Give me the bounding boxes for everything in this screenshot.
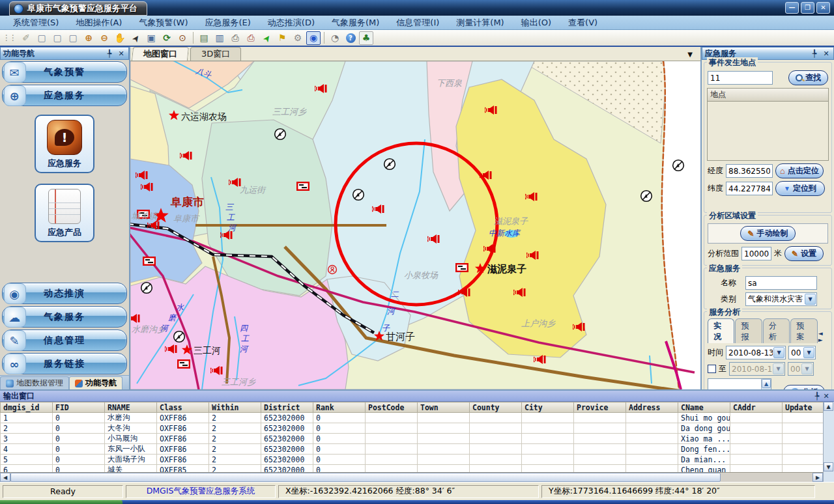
column-header[interactable]: RNAME	[105, 402, 157, 413]
output-hscrollbar[interactable]: ◀ ▶	[0, 472, 823, 482]
range-input[interactable]	[741, 247, 771, 260]
select-lasso-icon[interactable]: ▢	[66, 31, 80, 45]
scroll-left-icon[interactable]: ◀	[0, 473, 10, 482]
service-name-input[interactable]	[745, 276, 817, 290]
nav-group-weather-warning[interactable]: ✉ 气象预警	[2, 61, 127, 83]
tab-scroll-arrows[interactable]: ◄ ►	[818, 330, 829, 343]
pointer-green-icon[interactable]: ➤	[257, 28, 276, 48]
close-icon[interactable]: ✕	[822, 49, 831, 58]
close-icon[interactable]: ✕	[117, 49, 126, 58]
column-header[interactable]: FID	[53, 402, 105, 413]
close-icon[interactable]: ✕	[822, 392, 831, 400]
tab-3d-window[interactable]: 3D窗口	[190, 47, 241, 61]
tab-analysis[interactable]: 分析	[763, 318, 790, 343]
column-header[interactable]: Address	[626, 402, 678, 413]
table-row[interactable]: 30小马厩沟OXFF8626523020000Xiao ma ...	[1, 434, 834, 444]
measure-icon[interactable]: ✐	[19, 31, 33, 45]
map-canvas[interactable]: 六运湖农场 三工河乡 下西泉 九运街 阜康市 城关镇 阜康市 水磨沟乡 三工河 …	[130, 61, 700, 389]
dropdown-arrow-icon[interactable]: ▼	[773, 347, 784, 358]
nav-group-service-links[interactable]: ∞ 服务链接	[2, 353, 127, 374]
column-header[interactable]: Provice	[574, 402, 626, 413]
column-header[interactable]: Town	[418, 402, 470, 413]
export-image-icon[interactable]: ♣	[359, 31, 373, 45]
visibility-eye-icon[interactable]: ◔	[328, 31, 342, 45]
tab-map-data-management[interactable]: 地图数据管理	[0, 376, 69, 389]
output-table-header[interactable]: dmgis_idFIDRNAMEClassWithinDistrictRankP…	[1, 402, 834, 413]
print-icon[interactable]: ⎙	[228, 31, 242, 45]
manual-draw-button[interactable]: ✎ 手动绘制	[740, 226, 795, 241]
column-header[interactable]: CName	[678, 402, 730, 413]
scroll-right-icon[interactable]: ▶	[812, 473, 823, 482]
menu-system[interactable]: 系统管理(S)	[5, 16, 66, 30]
table-row[interactable]: 10水磨沟OXFF8626523020000Shui mo gou	[1, 413, 834, 423]
table-row[interactable]: 20大冬沟OXFF8626523020000Da dong gou	[1, 423, 834, 434]
pointer-icon[interactable]: ➤	[126, 28, 145, 48]
longitude-field[interactable]	[726, 164, 773, 178]
minimize-button[interactable]: —	[785, 2, 799, 14]
menu-dynamic-deduction[interactable]: 动态推演(D)	[260, 16, 323, 30]
select-rect-icon[interactable]: ▢	[35, 31, 49, 45]
column-header[interactable]: Within	[209, 402, 261, 413]
map-export-icon[interactable]: ▥	[212, 31, 227, 45]
layers-map-icon[interactable]: ▤	[197, 31, 211, 45]
refresh-icon[interactable]: ⟳	[160, 31, 174, 45]
column-header[interactable]: County	[470, 402, 522, 413]
pin-icon[interactable]: ╄	[810, 49, 819, 58]
pan-hand-icon[interactable]: ✋	[113, 31, 127, 45]
menu-emergency-service[interactable]: 应急服务(E)	[197, 16, 258, 30]
dropdown-arrow-icon[interactable]: ▼	[803, 347, 814, 358]
zoom-in-icon[interactable]: ⊕	[81, 31, 96, 45]
help-icon[interactable]: ?	[343, 31, 358, 45]
output-vscrollbar[interactable]: ▲ ▼	[823, 402, 834, 482]
locate-to-button[interactable]: ▼ 定位到	[775, 181, 825, 196]
location-list[interactable]	[707, 101, 829, 161]
select-shape-icon[interactable]: ▢	[50, 31, 65, 45]
menu-weather-warning[interactable]: 气象预警(W)	[131, 16, 195, 30]
dropdown-arrow-icon[interactable]: ▼	[805, 294, 816, 305]
service-type-select[interactable]: 气象和洪水灾害 ▼	[745, 292, 817, 306]
menu-measurement[interactable]: 测量计算(M)	[448, 16, 511, 30]
zoom-out-icon[interactable]: ⊖	[97, 31, 111, 45]
table-row[interactable]: 50大面场子沟OXFF8626523020000Da mian...	[1, 455, 834, 465]
scroll-up-icon[interactable]: ▲	[762, 379, 771, 388]
hscroll-thumb[interactable]	[10, 473, 721, 482]
time-hour-select[interactable]: 00 ▼	[788, 346, 816, 359]
set-range-button[interactable]: ✎ 设置	[784, 246, 824, 261]
emergency-service-button[interactable]: ! 应急服务	[35, 115, 94, 173]
menu-output[interactable]: 输出(O)	[513, 16, 559, 30]
to-checkbox[interactable]	[708, 365, 716, 373]
menu-info-management[interactable]: 信息管理(I)	[388, 16, 447, 30]
latitude-field[interactable]	[726, 182, 773, 195]
nav-group-info-management[interactable]: ✎ 信息管理	[2, 329, 127, 351]
full-extent-icon[interactable]: ▣	[144, 31, 158, 45]
tab-dropdown-icon[interactable]: ▼	[687, 51, 693, 58]
pin-icon[interactable]: ╄	[812, 392, 822, 400]
time-date-select[interactable]: 2010-08-13 ▼	[726, 346, 786, 359]
toolbar-grip[interactable]: ⋮⋮	[3, 33, 16, 42]
emergency-product-button[interactable]: 应急产品	[35, 184, 94, 242]
restore-button[interactable]: ❐	[801, 2, 814, 14]
column-header[interactable]: CAddr	[730, 402, 783, 413]
nav-group-weather-service[interactable]: ☁ 气象服务	[2, 306, 127, 328]
location-keyword-input[interactable]	[708, 71, 773, 85]
close-button[interactable]: ✕	[816, 2, 830, 14]
scroll-up-icon[interactable]: ▲	[824, 402, 833, 411]
globe-3d-icon[interactable]: ◉	[306, 31, 321, 45]
menu-view[interactable]: 查看(V)	[560, 16, 605, 30]
search-button[interactable]: 查找	[788, 70, 828, 85]
table-row[interactable]: 40东风一小队OXFF8626523020000Dong fen...	[1, 444, 834, 455]
tab-function-nav[interactable]: 功能导航	[69, 376, 122, 389]
scroll-down-icon[interactable]: ▼	[824, 462, 833, 471]
pin-icon[interactable]: ╄	[105, 49, 114, 58]
column-header[interactable]: District	[261, 402, 313, 413]
column-header[interactable]: City	[522, 402, 574, 413]
nav-group-dynamic-deduction[interactable]: ◉ 动态推演	[2, 283, 127, 304]
menu-weather-service[interactable]: 气象服务(M)	[324, 16, 387, 30]
identify-icon[interactable]: ⊙	[175, 31, 190, 45]
place-marker-icon[interactable]: ⚑	[275, 31, 289, 45]
settings-gear-icon[interactable]: ⚙	[291, 31, 305, 45]
menu-map-ops[interactable]: 地图操作(A)	[68, 16, 130, 30]
column-header[interactable]: Class	[157, 402, 209, 413]
print-setup-icon[interactable]: ⎙	[244, 31, 258, 45]
column-header[interactable]: PostCode	[366, 402, 418, 413]
